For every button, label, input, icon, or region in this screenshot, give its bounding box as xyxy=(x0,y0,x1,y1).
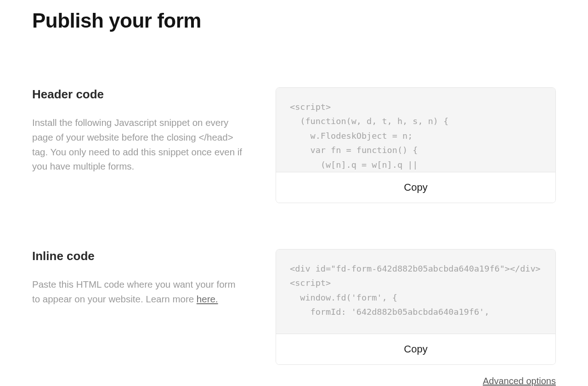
header-code-description: Install the following Javascript snippet… xyxy=(32,115,243,174)
page-title: Publish your form xyxy=(32,9,556,32)
header-code-section: Header code Install the following Javasc… xyxy=(32,87,556,203)
inline-code-snippet: <div id="fd-form-642d882b05abcbda640a19f… xyxy=(276,250,555,334)
learn-more-link[interactable]: here. xyxy=(197,294,218,304)
header-code-card: <script> (function(w, d, t, h, s, n) { w… xyxy=(276,87,556,203)
inline-code-description: Paste this HTML code where you want your… xyxy=(32,277,243,307)
header-code-copy-button[interactable]: Copy xyxy=(276,172,555,203)
header-code-heading: Header code xyxy=(32,87,243,102)
inline-code-card: <div id="fd-form-642d882b05abcbda640a19f… xyxy=(276,249,556,365)
advanced-options-link[interactable]: Advanced options xyxy=(483,376,556,386)
inline-code-heading: Inline code xyxy=(32,249,243,263)
header-code-snippet: <script> (function(w, d, t, h, s, n) { w… xyxy=(276,88,555,172)
inline-code-copy-button[interactable]: Copy xyxy=(276,334,555,364)
inline-code-section: Inline code Paste this HTML code where y… xyxy=(32,249,556,386)
